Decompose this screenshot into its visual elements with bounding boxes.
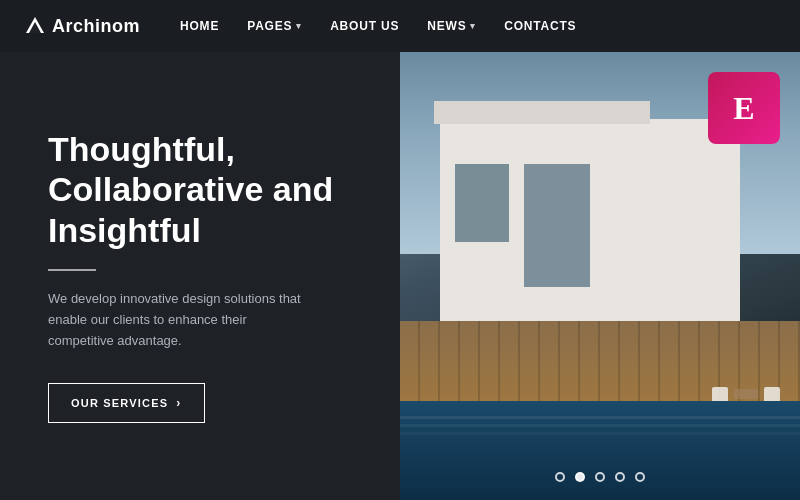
hero-container: Thoughtful, Collaborative and Insightful… (0, 52, 800, 500)
hero-image: E (400, 52, 800, 500)
chair-icon-2 (764, 387, 780, 401)
logo-text: Archinom (52, 16, 140, 37)
logo-icon (24, 15, 46, 37)
nav-item-news[interactable]: NEWS ▾ (427, 19, 476, 33)
nav-item-pages[interactable]: PAGES ▾ (247, 19, 302, 33)
scene-window-left (455, 164, 509, 242)
nav-link-news[interactable]: NEWS ▾ (427, 19, 476, 33)
hero-divider (48, 269, 96, 271)
hero-left-panel: Thoughtful, Collaborative and Insightful… (0, 52, 400, 500)
table-icon (734, 389, 758, 399)
slider-dot-1[interactable] (555, 472, 565, 482)
elementor-icon: E (733, 92, 754, 124)
slider-dot-5[interactable] (635, 472, 645, 482)
navbar: Archinom HOME PAGES ▾ ABOUT US NEWS ▾ CO… (0, 0, 800, 52)
slider-dot-3[interactable] (595, 472, 605, 482)
nav-link-contacts[interactable]: CONTACTS (504, 19, 576, 33)
slider-dot-2[interactable] (575, 472, 585, 482)
nav-item-home[interactable]: HOME (180, 19, 219, 33)
nav-link-home[interactable]: HOME (180, 19, 219, 33)
cta-label: OUR SERVICES (71, 397, 168, 409)
scene-furniture (712, 387, 780, 401)
logo[interactable]: Archinom (24, 15, 140, 37)
hero-headline: Thoughtful, Collaborative and Insightful (48, 129, 352, 251)
arrow-icon: › (176, 396, 181, 410)
chevron-down-icon-news: ▾ (470, 21, 476, 31)
nav-links: HOME PAGES ▾ ABOUT US NEWS ▾ CONTACTS (180, 19, 576, 33)
hero-subtitle: We develop innovative design solutions t… (48, 289, 308, 351)
nav-item-about[interactable]: ABOUT US (330, 19, 399, 33)
hero-right-panel: E (400, 52, 800, 500)
nav-item-contacts[interactable]: CONTACTS (504, 19, 576, 33)
chevron-down-icon: ▾ (296, 21, 302, 31)
chair-icon (712, 387, 728, 401)
slider-dots (555, 472, 645, 482)
scene-window-right (524, 164, 590, 287)
elementor-badge: E (708, 72, 780, 144)
nav-link-pages[interactable]: PAGES ▾ (247, 19, 302, 33)
scene-house (440, 119, 740, 343)
slider-dot-4[interactable] (615, 472, 625, 482)
scene-pool (400, 401, 800, 500)
our-services-button[interactable]: OUR SERVICES › (48, 383, 205, 423)
nav-link-about[interactable]: ABOUT US (330, 19, 399, 33)
